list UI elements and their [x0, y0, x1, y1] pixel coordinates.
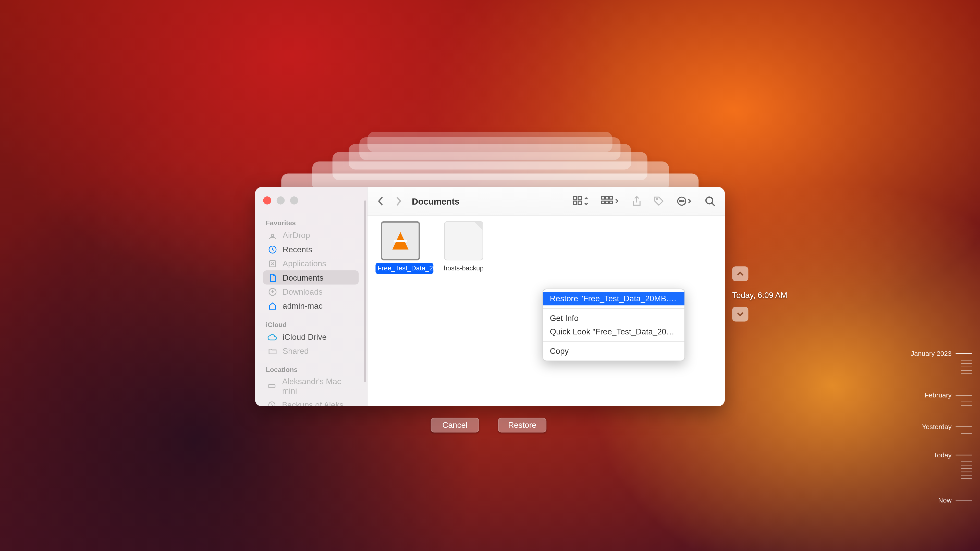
sidebar-item-label: Recents: [283, 245, 312, 254]
applications-icon: [267, 259, 277, 268]
svg-point-0: [271, 234, 273, 236]
file-thumbnail: [381, 221, 420, 260]
group-by-button[interactable]: [598, 192, 622, 211]
window-traffic-lights: [255, 194, 367, 211]
file-item[interactable]: hosts-backup: [439, 221, 488, 274]
view-mode-button[interactable]: [570, 192, 592, 211]
timeline-mark-label: Yesterday: [922, 423, 951, 430]
sidebar-item-label: Downloads: [283, 287, 323, 297]
sidebar-item-label: AirDrop: [283, 230, 310, 240]
sidebar-item-documents[interactable]: Documents: [263, 270, 359, 284]
timeline-mark-label: Today: [934, 451, 951, 459]
sidebar-item-label: Applications: [283, 259, 326, 268]
sidebar-scrollbar[interactable]: [364, 200, 366, 382]
cancel-button[interactable]: Cancel: [431, 418, 479, 433]
timeline-up-button[interactable]: [732, 266, 748, 281]
document-icon: [267, 272, 277, 283]
time-machine-action-bar: Cancel Restore: [431, 418, 547, 433]
svg-rect-9: [573, 201, 577, 204]
sidebar-item-backups[interactable]: Backups of Aleksandr'…: [263, 397, 359, 406]
action-menu-button[interactable]: [674, 192, 695, 211]
time-machine-icon: [267, 400, 277, 406]
sidebar-item-shared[interactable]: Shared: [263, 344, 359, 358]
sidebar-item-mac-mini[interactable]: Aleksandr's Mac mini: [263, 375, 359, 398]
file-name-label: Free_Test_Data_20MB.mxf: [375, 263, 433, 274]
downloads-icon: [267, 286, 277, 297]
svg-point-20: [681, 200, 682, 202]
shared-folder-icon: [267, 346, 277, 356]
sidebar-item-icloud-drive[interactable]: iCloud Drive: [263, 330, 359, 344]
context-menu: Restore "Free_Test_Data_20MB.mxf" to… Ge…: [542, 289, 685, 361]
timeline-mark-label: January 2023: [911, 350, 952, 357]
sidebar-section-locations: Locations: [263, 362, 359, 375]
file-thumbnail: [444, 221, 483, 260]
sidebar-section-icloud: iCloud: [263, 317, 359, 330]
svg-point-22: [706, 197, 713, 204]
finder-window: Favorites AirDrop Recents: [255, 187, 725, 407]
svg-rect-11: [601, 197, 605, 199]
file-item-selected[interactable]: Free_Test_Data_20MB.mxf: [375, 221, 425, 274]
sidebar-item-airdrop[interactable]: AirDrop: [263, 228, 359, 242]
finder-toolbar: Documents: [368, 187, 725, 216]
timeline-mark-label: Now: [938, 496, 952, 504]
cloud-icon: [267, 332, 277, 342]
context-menu-quick-look[interactable]: Quick Look "Free_Test_Data_20MB.mxf": [543, 325, 684, 338]
sidebar-item-label: iCloud Drive: [283, 332, 327, 341]
svg-rect-15: [606, 201, 608, 204]
context-menu-restore-to[interactable]: Restore "Free_Test_Data_20MB.mxf" to…: [543, 292, 684, 305]
sidebar-section-favorites: Favorites: [263, 215, 359, 228]
finder-sidebar: Favorites AirDrop Recents: [255, 187, 367, 407]
timeline-scale[interactable]: January 2023 February Yesterday Today No…: [910, 350, 972, 507]
svg-rect-8: [578, 197, 581, 200]
timeline-current-label: Today, 6:09 AM: [732, 291, 788, 300]
window-close-button[interactable]: [263, 197, 271, 205]
clock-icon: [267, 244, 277, 254]
sidebar-item-home[interactable]: admin-mac: [263, 299, 359, 313]
share-button[interactable]: [629, 192, 644, 211]
sidebar-item-recents[interactable]: Recents: [263, 242, 359, 256]
restore-button[interactable]: Restore: [498, 418, 546, 433]
svg-rect-10: [578, 201, 581, 204]
context-menu-separator: [543, 341, 684, 342]
finder-content[interactable]: Free_Test_Data_20MB.mxf hosts-backup Res…: [368, 216, 725, 406]
file-name-label: hosts-backup: [442, 263, 486, 274]
svg-rect-12: [606, 197, 608, 199]
context-menu-separator: [543, 308, 684, 309]
svg-point-21: [683, 200, 684, 202]
nav-back-button[interactable]: [374, 192, 388, 211]
sidebar-item-applications[interactable]: Applications: [263, 256, 359, 270]
timeline-down-button[interactable]: [732, 306, 748, 321]
sidebar-item-label: Backups of Aleksandr'…: [282, 400, 355, 407]
svg-rect-13: [610, 197, 612, 199]
svg-point-17: [656, 198, 657, 200]
computer-icon: [267, 381, 277, 391]
svg-rect-7: [573, 197, 577, 200]
window-minimize-button[interactable]: [277, 197, 285, 205]
vlc-cone-icon: [392, 232, 408, 250]
window-zoom-button[interactable]: [290, 197, 298, 205]
sidebar-item-label: admin-mac: [283, 301, 323, 310]
context-menu-get-info[interactable]: Get Info: [543, 311, 684, 325]
search-button[interactable]: [702, 192, 718, 211]
airdrop-icon: [267, 230, 277, 240]
sidebar-item-downloads[interactable]: Downloads: [263, 284, 359, 299]
finder-title: Documents: [412, 196, 460, 206]
svg-rect-14: [601, 201, 605, 204]
sidebar-item-label: Shared: [283, 346, 309, 356]
sidebar-item-label: Aleksandr's Mac mini: [282, 377, 355, 395]
timeline-mark-label: February: [924, 392, 952, 399]
svg-rect-4: [269, 384, 275, 387]
svg-rect-16: [610, 201, 612, 204]
nav-forward-button[interactable]: [392, 192, 405, 211]
finder-main: Documents: [368, 187, 725, 407]
svg-point-19: [679, 200, 681, 202]
page-fold-icon: [474, 222, 483, 230]
home-icon: [267, 301, 277, 311]
context-menu-copy[interactable]: Copy: [543, 345, 684, 358]
sidebar-item-label: Documents: [283, 273, 324, 282]
tags-button[interactable]: [651, 192, 667, 211]
